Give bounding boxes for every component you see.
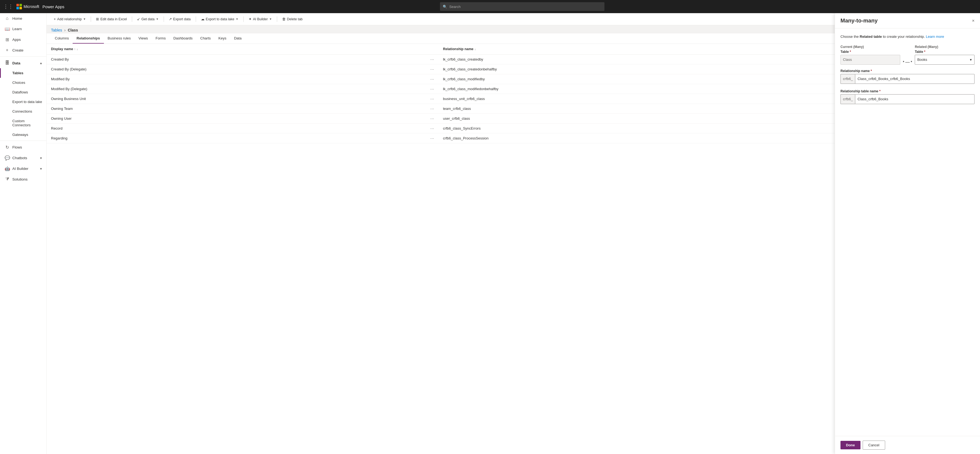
solutions-icon: ⧩ xyxy=(5,177,10,182)
sidebar-item-connections[interactable]: Connections xyxy=(0,106,46,116)
current-header: Current (Many) xyxy=(840,45,900,49)
add-relationship-label: Add relationship xyxy=(57,17,82,21)
tab-charts[interactable]: Charts xyxy=(197,33,215,44)
panel-table-columns: Current (Many) Table * * — * xyxy=(840,45,975,65)
tab-views[interactable]: Views xyxy=(135,33,151,44)
microsoft-label: Microsoft xyxy=(24,5,39,9)
sidebar-item-gateways[interactable]: Gateways xyxy=(0,130,46,140)
export-lake-label: Export to data lake xyxy=(206,17,234,21)
export-data-button[interactable]: ↗ Export data xyxy=(166,15,194,23)
sidebar-item-apps[interactable]: ⊞ Apps xyxy=(0,34,46,45)
sidebar: ⌂ Home 📖 Learn ⊞ Apps + Create 🗄 Data ▲ … xyxy=(0,13,46,454)
excel-icon: ⊞ xyxy=(96,17,99,21)
export-icon: ↗ xyxy=(169,17,172,21)
rel-name-field-label: Relationship name * xyxy=(840,69,975,73)
sidebar-label-data: Data xyxy=(12,61,20,65)
ms-logo xyxy=(16,4,22,9)
row-menu-cell[interactable]: ··· xyxy=(426,74,439,84)
rel-table-name-field-label: Relationship table name * xyxy=(840,89,975,93)
sidebar-label-apps: Apps xyxy=(12,38,21,42)
current-required: * xyxy=(850,50,851,54)
col-display-name[interactable]: Display name ↑ ↓ xyxy=(46,44,426,54)
related-table-select[interactable]: Books Account Contact Lead xyxy=(915,55,975,65)
tab-keys[interactable]: Keys xyxy=(215,33,230,44)
sidebar-label-learn: Learn xyxy=(12,27,22,31)
sidebar-label-connections: Connections xyxy=(12,110,32,113)
row-menu-cell[interactable]: ··· xyxy=(426,114,439,124)
add-relationship-button[interactable]: + Add relationship ▼ xyxy=(51,15,89,23)
sidebar-label-gateways: Gateways xyxy=(12,133,28,137)
sep-left-star: * xyxy=(903,60,904,64)
panel-close-button[interactable]: × xyxy=(972,18,975,23)
logo: Microsoft xyxy=(16,4,39,9)
learn-icon: 📖 xyxy=(5,26,10,32)
sep-3 xyxy=(164,16,164,22)
sidebar-item-choices[interactable]: Choices xyxy=(0,78,46,87)
data-icon: 🗄 xyxy=(5,60,10,65)
breadcrumb-parent[interactable]: Tables xyxy=(51,28,62,32)
rel-table-name-input[interactable] xyxy=(855,94,975,104)
row-menu-cell[interactable]: ··· xyxy=(426,124,439,133)
aibuilder-chevron: ▼ xyxy=(40,167,43,170)
sidebar-item-tables[interactable]: Tables xyxy=(0,68,46,78)
row-menu-cell[interactable]: ··· xyxy=(426,94,439,104)
search-input[interactable] xyxy=(449,5,602,9)
current-table-label: Table * xyxy=(840,50,900,54)
tab-business-rules[interactable]: Business rules xyxy=(104,33,135,44)
related-table-select-wrap: Books Account Contact Lead ▼ xyxy=(915,55,975,65)
sidebar-item-dataflows[interactable]: Dataflows xyxy=(0,87,46,97)
grid-icon[interactable]: ⋮⋮ xyxy=(3,3,13,10)
tab-columns[interactable]: Columns xyxy=(51,33,73,44)
tab-forms[interactable]: Forms xyxy=(152,33,170,44)
search-bar[interactable]: 🔍 xyxy=(440,2,605,11)
sidebar-item-aibuilder[interactable]: 🤖 AI Builder ▼ xyxy=(0,163,46,174)
sidebar-item-export[interactable]: Export to data lake xyxy=(0,97,46,106)
sidebar-item-data[interactable]: 🗄 Data ▲ xyxy=(0,58,46,68)
tab-data[interactable]: Data xyxy=(230,33,245,44)
sep-5 xyxy=(243,16,244,22)
sidebar-item-connectors[interactable]: Custom Connectors xyxy=(0,116,46,130)
lake-chevron: ▼ xyxy=(236,17,239,21)
row-menu-cell[interactable]: ··· xyxy=(426,84,439,94)
tab-relationships[interactable]: Relationships xyxy=(73,33,103,44)
row-menu-cell[interactable]: ··· xyxy=(426,54,439,64)
relationship-name-section: Relationship name * crfb6_ xyxy=(840,69,975,84)
sidebar-label-export: Export to data lake xyxy=(12,100,42,104)
search-icon: 🔍 xyxy=(443,5,447,9)
done-button[interactable]: Done xyxy=(840,441,861,449)
col-actions-1 xyxy=(426,44,439,54)
delete-icon: 🗑 xyxy=(282,17,286,21)
delete-tab-label: Delete tab xyxy=(287,17,302,21)
sidebar-item-home[interactable]: ⌂ Home xyxy=(0,13,46,24)
sidebar-label-flows: Flows xyxy=(12,145,22,149)
row-menu-cell[interactable]: ··· xyxy=(426,104,439,114)
sidebar-item-create[interactable]: + Create xyxy=(0,45,46,56)
add-icon: + xyxy=(54,17,56,21)
learn-more-link[interactable]: Learn more xyxy=(926,35,944,39)
app-name: Power Apps xyxy=(43,5,64,9)
get-data-button[interactable]: ↙ Get data ▼ xyxy=(134,15,161,23)
sidebar-label-home: Home xyxy=(12,16,22,21)
ai-builder-button[interactable]: ✦ AI Builder ▼ xyxy=(246,15,275,23)
display-name-cell: Created By xyxy=(46,54,426,64)
panel-separator: * — * xyxy=(900,48,915,65)
delete-tab-button[interactable]: 🗑 Delete tab xyxy=(279,15,305,23)
breadcrumb-current: Class xyxy=(68,28,78,32)
sidebar-item-chatbots[interactable]: 💬 Chatbots ▼ xyxy=(0,152,46,163)
display-name-cell: Regarding xyxy=(46,133,426,143)
sidebar-item-learn[interactable]: 📖 Learn xyxy=(0,24,46,34)
cancel-button[interactable]: Cancel xyxy=(863,441,885,449)
sidebar-label-create: Create xyxy=(12,48,24,52)
sidebar-item-solutions[interactable]: ⧩ Solutions xyxy=(0,174,46,184)
panel-related-col: Related (Many) Table * Books Account Con… xyxy=(915,45,975,65)
sep-dash: — xyxy=(905,60,910,65)
tab-dashboards[interactable]: Dashboards xyxy=(169,33,196,44)
lake-icon: ☁ xyxy=(201,17,205,21)
sidebar-item-flows[interactable]: ↻ Flows xyxy=(0,142,46,152)
export-lake-button[interactable]: ☁ Export to data lake ▼ xyxy=(198,15,241,23)
edit-excel-button[interactable]: ⊞ Edit data in Excel xyxy=(93,15,130,23)
row-menu-cell[interactable]: ··· xyxy=(426,64,439,74)
row-menu-cell[interactable]: ··· xyxy=(426,133,439,143)
rel-name-input[interactable] xyxy=(855,74,975,84)
current-table-input xyxy=(840,55,900,65)
